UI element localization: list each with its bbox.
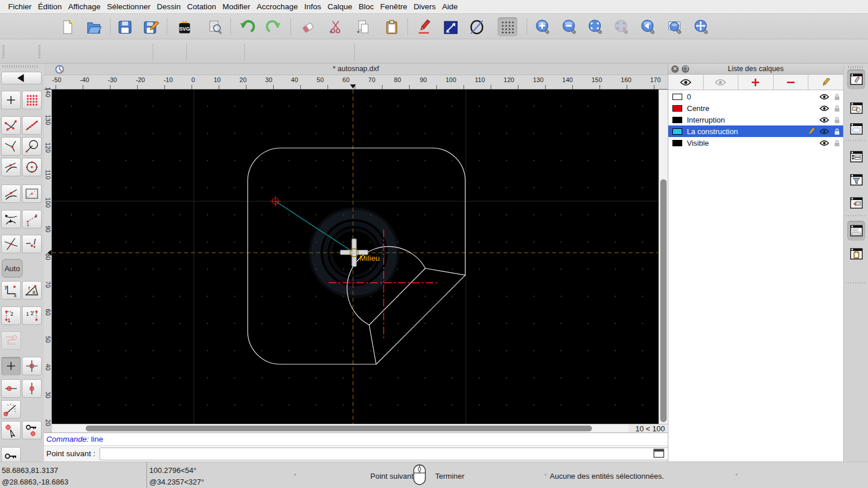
- snap-perpendicular-button[interactable]: [1, 137, 21, 156]
- zoom-window-button[interactable]: [665, 17, 685, 36]
- show-all-layers-button[interactable]: [668, 75, 704, 90]
- layer-row[interactable]: 0: [668, 91, 843, 102]
- angle-gauge-button[interactable]: [1, 400, 21, 419]
- remove-layer-button[interactable]: [774, 75, 809, 90]
- clipboard-dock-button[interactable]: [847, 244, 865, 264]
- layer-row[interactable]: Centre: [668, 102, 843, 114]
- zoom-selection-button[interactable]: [612, 17, 631, 36]
- command-input[interactable]: [100, 448, 694, 460]
- open-file-button[interactable]: [84, 17, 104, 36]
- edit-layer-button[interactable]: [808, 75, 843, 90]
- menu-item-5[interactable]: Cotation: [187, 2, 216, 11]
- vertical-scrollbar-thumb[interactable]: [660, 179, 667, 422]
- layer-row-active[interactable]: La construction: [668, 125, 843, 137]
- block-list-dock-button[interactable]: [847, 98, 865, 118]
- zoom-previous-button[interactable]: [638, 17, 658, 36]
- layer-lock-icon[interactable]: [830, 116, 843, 124]
- layer-list-dock-button[interactable]: [847, 69, 865, 89]
- set-relative-zero-button[interactable]: [1, 421, 21, 439]
- relative-12-button[interactable]: 12: [22, 306, 42, 325]
- snap-divide-button[interactable]: 12: [22, 210, 42, 228]
- coordinates-cartesian-button[interactable]: yx: [1, 281, 21, 300]
- svg-export-button[interactable]: SVG: [175, 17, 194, 36]
- menu-item-10[interactable]: Bloc: [359, 2, 374, 11]
- command-window-icon[interactable]: [653, 449, 664, 458]
- add-layer-button[interactable]: [738, 75, 774, 90]
- toolbar-drag-handle[interactable]: [2, 45, 5, 59]
- print-preview-button[interactable]: [205, 17, 225, 36]
- restrict-nothing-button[interactable]: [1, 357, 21, 375]
- snap-endpoints-button[interactable]: [1, 116, 21, 135]
- zoom-out-button[interactable]: [560, 17, 579, 36]
- zoom-auto-button[interactable]: [586, 17, 605, 36]
- layer-row[interactable]: Interruption: [668, 114, 843, 125]
- save-as-button[interactable]: [141, 17, 161, 36]
- layer-visibility-icon[interactable]: [818, 140, 830, 146]
- snap-grid-button[interactable]: [22, 91, 42, 109]
- entity-list-dock-button[interactable]: [847, 147, 865, 167]
- menu-item-7[interactable]: Accrochage: [256, 2, 297, 11]
- layer-visibility-icon[interactable]: [818, 105, 830, 112]
- snap-on-entity-button[interactable]: [22, 116, 42, 135]
- layer-lock-icon[interactable]: [830, 93, 843, 101]
- command-echo-dock-button[interactable]: [847, 193, 865, 213]
- sidebar-drag-handle[interactable]: [2, 65, 39, 68]
- snap-intersection-auto-button[interactable]: [1, 210, 21, 228]
- zoom-in-button[interactable]: [533, 17, 553, 36]
- menu-item-11[interactable]: Fenêtre: [380, 2, 407, 11]
- paste-button[interactable]: [382, 17, 402, 36]
- menu-item-12[interactable]: Divers: [414, 2, 436, 11]
- layer-visibility-icon[interactable]: [818, 117, 830, 123]
- layer-row[interactable]: Visible: [668, 137, 843, 149]
- hide-all-layers-button[interactable]: [704, 75, 739, 90]
- snap-intersection-button[interactable]: [1, 235, 21, 253]
- snap-center-button[interactable]: [22, 137, 42, 156]
- horizontal-scrollbar-thumb[interactable]: [86, 426, 592, 431]
- selection-filter-dock-button[interactable]: [847, 170, 865, 190]
- isometric-circle-button[interactable]: [467, 17, 487, 36]
- restrict-horizontal-button[interactable]: [1, 379, 21, 398]
- snap-distance-button[interactable]: [22, 184, 42, 203]
- delete-button[interactable]: [298, 17, 318, 36]
- snap-middle-button[interactable]: [1, 184, 21, 203]
- horizontal-scrollbar[interactable]: 10 < 100: [52, 424, 668, 432]
- drawing-canvas[interactable]: Milieu: [52, 90, 659, 424]
- vertical-scrollbar[interactable]: [659, 90, 668, 424]
- layer-lock-icon[interactable]: [830, 139, 843, 147]
- menu-item-3[interactable]: Sélectionner: [107, 2, 150, 11]
- menu-item-4[interactable]: Dessin: [157, 2, 181, 11]
- layer-lock-icon[interactable]: [830, 105, 843, 112]
- layer-edit-pencil-icon[interactable]: [805, 128, 818, 135]
- lock-relative-zero-button[interactable]: [22, 421, 42, 439]
- toolbar-drag-handle[interactable]: [38, 45, 41, 59]
- restrict-vertical-button[interactable]: [22, 379, 42, 398]
- snap-auto-button[interactable]: Auto: [2, 259, 23, 278]
- pen-edit-button[interactable]: [414, 17, 434, 36]
- layer-lock-icon[interactable]: [830, 128, 843, 135]
- grid-snap-toggle[interactable]: [498, 17, 517, 36]
- redo-button[interactable]: [264, 17, 284, 36]
- library-browser-dock-button[interactable]: [847, 119, 865, 139]
- snap-quadrant-button[interactable]: [22, 158, 42, 176]
- save-button[interactable]: [115, 17, 135, 36]
- pan-button[interactable]: [692, 17, 711, 36]
- cut-button[interactable]: [326, 17, 345, 36]
- coordinates-polar-button[interactable]: ra: [22, 281, 42, 300]
- undo-button[interactable]: [237, 17, 257, 36]
- menu-item-6[interactable]: Modifier: [222, 2, 250, 11]
- menu-item-0[interactable]: Fichier: [8, 2, 32, 11]
- menu-item-2[interactable]: Affichage: [68, 2, 101, 11]
- layer-visibility-icon[interactable]: [818, 94, 830, 100]
- relative-21-button[interactable]: 21: [1, 306, 21, 325]
- snap-free-button[interactable]: [1, 91, 21, 109]
- draw-order-button[interactable]: [441, 17, 461, 36]
- menu-item-13[interactable]: Aide: [442, 2, 458, 11]
- restrict-orthogonal-button[interactable]: [22, 357, 42, 375]
- menu-item-1[interactable]: Édition: [38, 2, 62, 11]
- snap-tangent-button[interactable]: [1, 158, 21, 176]
- back-button[interactable]: [1, 72, 42, 84]
- dock-drag-handle[interactable]: [848, 66, 863, 68]
- snap-intersection-manual-button[interactable]: [22, 235, 42, 253]
- layer-visibility-icon[interactable]: [818, 128, 830, 135]
- copy-button[interactable]: [354, 17, 373, 36]
